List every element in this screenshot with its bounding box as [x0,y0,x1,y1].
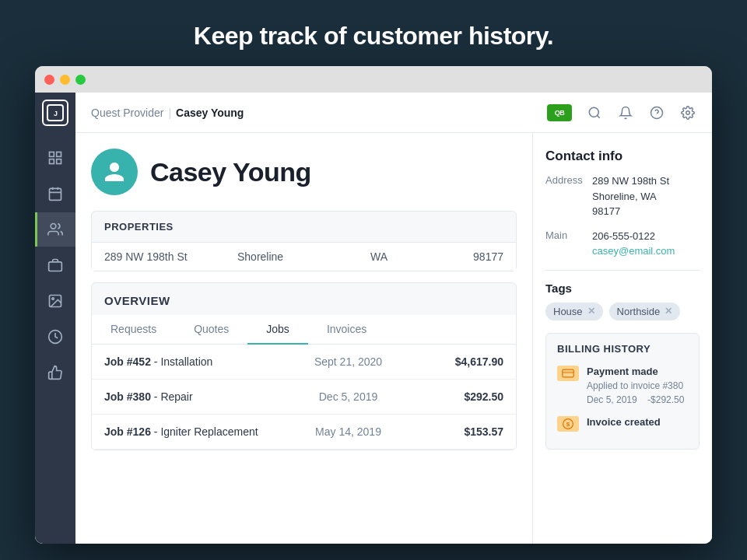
help-icon[interactable] [648,104,665,121]
invoice-icon: $ [557,416,579,432]
breadcrumb-customer: Casey Young [176,107,244,119]
customer-header: Casey Young [91,149,517,195]
breadcrumb: Quest Provider | Casey Young [91,107,541,119]
overview-title: OVERVIEW [92,283,516,307]
settings-icon[interactable] [679,104,696,121]
sidebar-item-clock[interactable] [35,320,75,354]
billing-item-payment: Payment made Applied to invoice #380 Dec… [557,364,688,408]
address-line2: Shoreline, WA [592,189,669,205]
job-amount: $292.50 [415,390,503,403]
email-address[interactable]: casey@email.com [592,243,675,259]
job-title: Job #380 - Repair [104,390,282,403]
properties-section: PROPERTIES 289 NW 198th St Shoreline WA … [91,211,517,271]
search-icon[interactable] [586,104,603,121]
table-row: Job #126 - Igniter Replacement May 14, 2… [92,415,516,450]
tag-house-label: House [553,306,583,317]
svg-rect-21 [563,371,573,373]
sidebar-item-reviews[interactable] [35,355,75,390]
tag-house-remove[interactable]: ✕ [587,306,595,317]
left-panel: Casey Young PROPERTIES 289 NW 198th St S… [75,133,533,544]
address-line3: 98177 [592,204,669,219]
job-title: Job #126 - Igniter Replacement [104,425,282,438]
logo: J [35,93,75,133]
job-amount: $153.57 [415,425,503,438]
topbar-icons: QB [547,104,696,121]
payment-title: Payment made [587,366,658,377]
svg-line-16 [597,115,599,117]
table-row: Job #380 - Repair Dec 5, 2019 $292.50 [92,380,516,415]
phone-label: Main [545,229,583,259]
tab-jobs[interactable]: Jobs [247,315,308,345]
sidebar-item-dashboard[interactable] [35,141,75,175]
tab-requests[interactable]: Requests [92,315,175,345]
breadcrumb-separator: | [168,107,171,119]
topbar: Quest Provider | Casey Young QB [75,93,712,133]
payment-amount: -$292.50 [647,394,684,405]
svg-text:$: $ [566,421,570,428]
job-date: May 14, 2019 [282,425,415,438]
billing-item-invoice: $ Invoice created [557,415,688,432]
tags-title: Tags [545,282,700,295]
svg-rect-3 [57,152,61,157]
job-number: Job #126 [104,425,151,438]
tab-quotes[interactable]: Quotes [175,315,247,345]
browser-titlebar [35,66,712,93]
property-row: 289 NW 198th St Shoreline WA 98177 [92,242,516,271]
sidebar-item-gallery[interactable] [35,284,75,318]
tag-house: House ✕ [545,303,603,320]
divider [545,270,700,271]
svg-point-10 [51,224,56,229]
job-number: Job #452 [104,355,151,368]
job-date: Dec 5, 2019 [282,390,415,403]
property-zip: 98177 [447,250,504,263]
svg-rect-4 [50,159,54,164]
job-description: - Installation [154,355,213,368]
job-title: Job #452 - Installation [104,355,282,368]
breadcrumb-provider: Quest Provider [91,107,163,119]
content-area: Casey Young PROPERTIES 289 NW 198th St S… [75,133,712,544]
sidebar-item-clients[interactable] [35,212,75,247]
tag-northside-label: Northside [617,306,661,317]
job-amount: $4,617.90 [415,355,503,368]
tag-northside-remove[interactable]: ✕ [665,306,672,317]
address-label: Address [545,173,583,219]
job-number: Job #380 [104,390,151,403]
address-line1: 289 NW 198th St [592,173,669,189]
app-layout: J [35,93,712,544]
job-date: Sept 21, 2020 [282,355,415,368]
svg-rect-5 [57,159,61,164]
payment-date-amount: Dec 5, 2019 -$292.50 [587,393,684,407]
notifications-icon[interactable] [617,104,634,121]
minimize-button[interactable] [60,75,70,85]
close-button[interactable] [44,75,54,85]
tab-invoices[interactable]: Invoices [308,315,385,345]
job-description: - Repair [154,390,193,403]
svg-rect-6 [50,188,61,200]
table-row: Job #452 - Installation Sept 21, 2020 $4… [92,345,516,380]
contact-phone-value: 206-555-0122 casey@email.com [592,229,675,259]
payment-icon [557,366,579,381]
quickbooks-icon[interactable]: QB [547,104,572,121]
sidebar-item-calendar[interactable] [35,177,75,211]
job-description: - Igniter Replacement [154,425,258,438]
payment-details: Payment made Applied to invoice #380 Dec… [587,364,684,408]
contact-section: Contact info Address 289 NW 198th St Sho… [545,149,700,259]
property-city: Shoreline [237,250,352,263]
invoice-title: Invoice created [587,416,661,428]
payment-subtitle: Applied to invoice #380 [587,379,684,393]
main-content: Quest Provider | Casey Young QB [75,93,712,544]
payment-date: Dec 5, 2019 [587,394,637,405]
svg-rect-2 [50,152,54,157]
browser-window: J [35,66,712,544]
invoice-details: Invoice created [587,415,661,432]
billing-section: BILLING HISTORY Payment made [545,333,700,450]
page-headline: Keep track of customer history. [194,0,553,66]
contact-phone-row: Main 206-555-0122 casey@email.com [545,229,700,259]
svg-point-15 [589,107,598,117]
maximize-button[interactable] [75,75,86,85]
billing-title: BILLING HISTORY [557,343,688,355]
phone-number: 206-555-0122 [592,229,675,244]
sidebar-item-jobs[interactable] [35,248,75,282]
jobs-list: Job #452 - Installation Sept 21, 2020 $4… [92,345,516,450]
tags-section: Tags House ✕ Northside ✕ [545,282,700,320]
